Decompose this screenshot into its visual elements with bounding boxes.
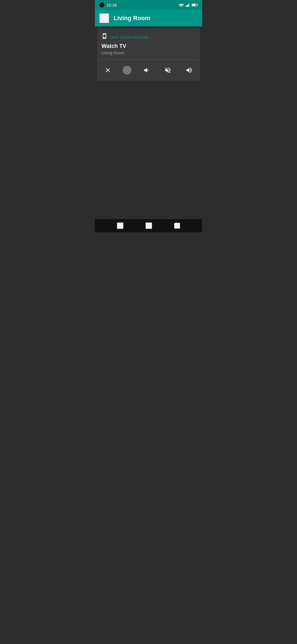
status-time: 10:39 [106, 3, 117, 7]
volume-up-button[interactable] [183, 64, 196, 77]
card-top: Lock Screen Remote Watch TV Living Room [97, 29, 200, 59]
notification-card: Lock Screen Remote Watch TV Living Room [97, 29, 200, 81]
app-bar: Living Room [95, 10, 202, 26]
card-label-row: Lock Screen Remote [101, 33, 196, 41]
mute-button[interactable] [161, 64, 174, 77]
card-subtitle: Living Room [101, 50, 196, 55]
card-label: Lock Screen Remote [110, 35, 148, 39]
svg-point-7 [147, 223, 151, 228]
svg-rect-8 [175, 224, 179, 228]
bottom-nav [95, 219, 202, 232]
status-bar-left: 10:39 [99, 2, 117, 7]
nav-back-icon [117, 223, 123, 228]
volume-down-button[interactable] [140, 64, 153, 77]
wifi-icon [178, 3, 184, 7]
volume-up-icon [186, 67, 193, 74]
svg-rect-0 [186, 6, 186, 7]
battery-icon [192, 3, 198, 7]
back-arrow-icon [101, 15, 108, 21]
signal-icon [186, 3, 190, 7]
svg-rect-6 [192, 4, 196, 6]
nav-home-button[interactable] [145, 222, 152, 229]
back-button[interactable] [99, 13, 109, 23]
circle-button[interactable] [123, 66, 131, 75]
close-icon [104, 67, 111, 74]
volume-mute-icon [164, 67, 171, 74]
status-bar-right [178, 3, 198, 7]
nav-back-button[interactable] [117, 222, 123, 229]
volume-down-icon [143, 67, 150, 74]
svg-rect-2 [188, 4, 189, 7]
dismiss-button[interactable] [101, 64, 114, 77]
status-bar: 10:39 [95, 0, 202, 10]
remote-icon [101, 33, 108, 41]
svg-rect-1 [187, 5, 188, 7]
app-bar-title: Living Room [114, 15, 150, 22]
nav-recents-button[interactable] [174, 223, 180, 229]
nav-recents-icon [175, 223, 180, 228]
card-actions [97, 60, 200, 81]
nav-home-icon [146, 223, 152, 228]
camera-dot [99, 2, 104, 7]
svg-rect-5 [197, 4, 197, 6]
svg-rect-3 [189, 3, 190, 7]
card-title: Watch TV [101, 43, 196, 49]
